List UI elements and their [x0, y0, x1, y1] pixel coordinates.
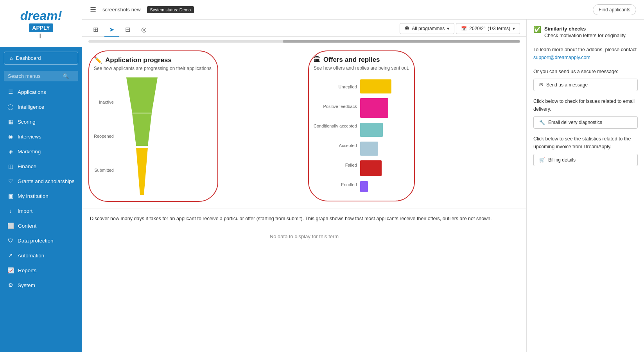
offers-label-unreplied: Unreplied — [314, 84, 357, 89]
intelligence-icon: ◯ — [7, 104, 14, 110]
sidebar-item-system[interactable]: ⚙ System — [0, 278, 82, 293]
billing-button[interactable]: 🛒 Billing details — [533, 154, 638, 166]
bar-accepted — [360, 142, 378, 156]
calendar-icon: 📅 — [461, 26, 467, 31]
scroll-thumb[interactable] — [283, 40, 520, 43]
sidebar-item-finance[interactable]: ◫ Finance — [0, 159, 82, 174]
content-area: ⊞ ➤ ⊟ ◎ 🏛 All programmes ▾ 📅 2020/21 (1/… — [82, 20, 644, 352]
sidebar-item-interviews[interactable]: ◉ Interviews — [0, 129, 82, 144]
svg-marker-0 — [126, 77, 158, 113]
search-input[interactable] — [8, 73, 63, 79]
svg-marker-3 — [136, 148, 148, 195]
similarity-text: Check motivation letters for originality… — [544, 32, 626, 40]
bar-enrolled — [360, 181, 368, 192]
sidebar-item-scoring[interactable]: ▦ Scoring — [0, 114, 82, 129]
bar-conditional — [360, 123, 383, 137]
funnel-chart: Inactive Reopened Submitted — [94, 77, 213, 195]
offers-label-enrolled: Enrolled — [314, 182, 357, 187]
offers-labels-col: Unreplied Positive feedback Conditionall… — [314, 77, 357, 194]
svg-marker-1 — [132, 113, 152, 146]
sidebar-item-institution[interactable]: ▣ My institution — [0, 189, 82, 203]
marketing-icon: ◈ — [7, 148, 14, 154]
search-icon: 🔍 — [63, 73, 69, 79]
main-area: ☰ screenshots new System status: Demo Fi… — [82, 0, 644, 352]
sidebar-item-content[interactable]: ⬜ Content — [0, 218, 82, 233]
offers-outline: 🏛 Offers and replies See how offers and … — [308, 50, 415, 201]
pencil-icon: ✏️ — [94, 56, 102, 64]
institution-icon: ▣ — [7, 193, 14, 199]
sidebar-item-automation[interactable]: ↗ Automation — [0, 248, 82, 263]
app-progress-title: ✏️ Application progress — [94, 56, 213, 64]
home-icon: ⌂ — [10, 55, 13, 61]
dashboard-button[interactable]: ⌂ Dashboard — [4, 52, 78, 65]
bar-failed — [360, 160, 382, 176]
grants-icon: ♡ — [7, 178, 14, 184]
tab-bar: ⊞ ➤ ⊟ ◎ 🏛 All programmes ▾ 📅 2020/21 (1/… — [82, 20, 526, 37]
scroll-track[interactable] — [88, 40, 520, 43]
invoice-text: Click below to see the statistics relate… — [533, 135, 638, 151]
right-panel: ✅ Similarity checks Check motivation let… — [527, 20, 644, 352]
content-icon: ⬜ — [7, 223, 14, 229]
sidebar-item-reports[interactable]: 📈 Reports — [0, 263, 82, 278]
scroll-area — [82, 37, 526, 44]
funnel-labels: Inactive Reopened Submitted — [94, 77, 114, 195]
support-email-link[interactable]: support@dreamapply.com — [533, 55, 590, 60]
offers-label-positive: Positive feedback — [314, 104, 357, 109]
sidebar-item-import[interactable]: ↓ Import — [0, 203, 82, 218]
billing-section: Click below to see the statistics relate… — [533, 135, 638, 166]
secure-message-section: Or you can send us a secure message: ✉ S… — [533, 68, 638, 91]
building-icon: 🏛 — [405, 26, 409, 31]
reports-icon: 📈 — [7, 267, 14, 273]
addons-section: To learn more about the addons, please c… — [533, 46, 638, 61]
sidebar-item-data-protection[interactable]: 🛡 Data protection — [0, 233, 82, 248]
import-icon: ↓ — [7, 208, 14, 214]
wrench-icon: 🔧 — [539, 120, 545, 125]
sidebar-item-grants[interactable]: ♡ Grants and scholarships — [0, 174, 82, 189]
funnel-label-inactive: Inactive — [94, 100, 114, 104]
offers-bars-col — [360, 77, 391, 194]
similarity-section: ✅ Similarity checks Check motivation let… — [533, 26, 638, 40]
search-box[interactable]: 🔍 — [4, 71, 78, 81]
hamburger-icon[interactable]: ☰ — [90, 5, 96, 14]
app-progress-outline: ✏️ Application progress See how applican… — [88, 50, 218, 202]
tab-clock[interactable]: ◎ — [136, 23, 151, 37]
applications-icon: ☰ — [7, 89, 14, 95]
app-progress-subtitle: See how applicants are progressing on th… — [94, 66, 213, 71]
offers-label-accepted: Accepted — [314, 143, 357, 148]
status-badge: System status: Demo — [147, 6, 194, 13]
sidebar-item-applications[interactable]: ☰ Applications — [0, 84, 82, 99]
no-data-text: No data to display for this term — [82, 229, 526, 244]
sidebar-item-marketing[interactable]: ◈ Marketing — [0, 144, 82, 159]
chevron-down-icon: ▾ — [447, 26, 449, 31]
cart-icon: 🛒 — [539, 157, 545, 163]
sidebar-item-intelligence[interactable]: ◯ Intelligence — [0, 99, 82, 114]
scoring-icon: ▦ — [7, 119, 14, 125]
term-filter[interactable]: 📅 2020/21 (1/3 terms) ▾ — [456, 23, 520, 34]
system-icon: ⚙ — [7, 282, 14, 288]
tab-filter[interactable]: ⊟ — [120, 23, 135, 37]
interviews-icon: ◉ — [7, 133, 14, 140]
email-diagnostics-button[interactable]: 🔧 Email delivery diagnostics — [533, 116, 638, 129]
addons-text: To learn more about the addons, please c… — [533, 46, 638, 61]
offers-label-conditional: Conditionally accepted — [314, 124, 357, 128]
offers-replies-card: 🏛 Offers and replies See how offers and … — [308, 50, 520, 202]
find-applicants-button[interactable]: Find applicants — [593, 4, 636, 15]
tab-chart[interactable]: ➤ — [104, 23, 119, 37]
check-circle-icon: ✅ — [533, 26, 541, 33]
offers-label-failed: Failed — [314, 163, 357, 167]
bar-positive — [360, 98, 388, 118]
application-progress-card: ✏️ Application progress See how applican… — [88, 50, 300, 202]
bottom-description: Discover how many days it takes for an a… — [90, 215, 518, 223]
tab-map[interactable]: ⊞ — [88, 23, 103, 37]
topbar: ☰ screenshots new System status: Demo Fi… — [82, 0, 644, 20]
programmes-filter[interactable]: 🏛 All programmes ▾ — [400, 23, 454, 34]
sidebar: dream! APPLY ▌ ⌂ Dashboard 🔍 ☰ Applicati… — [0, 0, 82, 352]
send-message-button[interactable]: ✉ Send us a message — [533, 79, 638, 91]
logo-area: dream! APPLY ▌ — [0, 0, 82, 47]
automation-icon: ↗ — [7, 252, 14, 259]
email-diag-section: Click below to check for issues related … — [533, 97, 638, 129]
logo-apply: APPLY — [29, 23, 53, 32]
email-issues-text: Click below to check for issues related … — [533, 97, 638, 113]
offers-title: 🏛 Offers and replies — [314, 56, 409, 64]
similarity-title: Similarity checks — [544, 26, 626, 32]
